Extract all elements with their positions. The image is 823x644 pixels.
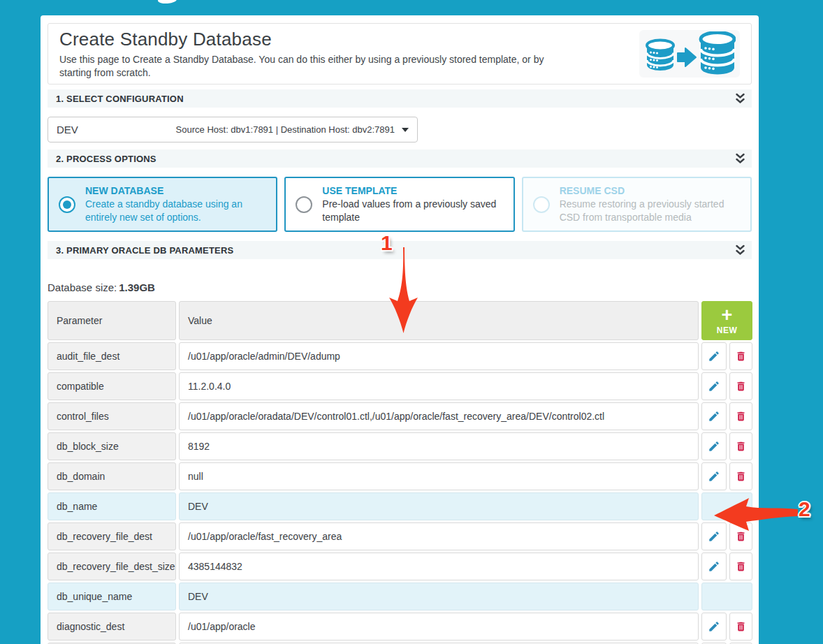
section-label: 2. PROCESS OPTIONS	[56, 154, 156, 164]
database-size-value: 1.39GB	[119, 281, 155, 293]
page-background: { "page": { "title": "Create Standby Dat…	[0, 0, 823, 644]
section-primary-oracle-db-parameters[interactable]: 3. PRIMARY ORACLE DB PARAMETERS	[48, 241, 752, 259]
radio-selected-icon[interactable]	[59, 196, 75, 213]
option-resume-csd: RESUME CSD Resume restoring a previously…	[522, 177, 752, 232]
edit-pencil-icon	[708, 470, 720, 483]
database-to-database-icon	[643, 31, 736, 76]
page-title: Create Standby Database	[59, 29, 562, 50]
delete-trash-icon	[735, 620, 747, 633]
delete-parameter-button[interactable]	[729, 522, 752, 550]
database-size-label: Database size:	[48, 281, 117, 293]
column-header-parameter: Parameter	[48, 301, 176, 340]
delete-trash-icon	[735, 440, 747, 453]
parameter-value-cell: /u01/app/oracle/admin/DEV/adump	[179, 342, 699, 370]
parameter-name-cell: db_unique_name	[48, 583, 176, 610]
radio-disabled-icon	[533, 196, 550, 213]
parameter-value-cell: /u01/app/oracle/fast_recovery_area	[179, 522, 699, 550]
page-subtitle: Use this page to Create a Standby Databa…	[59, 53, 562, 80]
cropped-logo-fragment	[158, 0, 177, 4]
edit-pencil-icon	[708, 380, 720, 393]
annotation-number-2: 2	[799, 497, 810, 521]
section-select-configuration[interactable]: 1. SELECT CONFIGURATION	[48, 89, 752, 108]
option-new-database[interactable]: NEW DATABASE Create a standby database u…	[48, 177, 277, 232]
delete-trash-icon	[735, 470, 747, 483]
parameter-value-cell: DEV	[179, 583, 699, 610]
action-empty-cell	[701, 583, 752, 610]
configuration-dropdown[interactable]: DEV Source Host: dbv1:7891 | Destination…	[48, 117, 418, 142]
delete-trash-icon	[735, 530, 747, 543]
process-options-row: NEW DATABASE Create a standby database u…	[48, 177, 752, 232]
database-copy-illustration	[639, 30, 740, 78]
parameter-name-cell: audit_file_dest	[48, 342, 176, 370]
delete-trash-icon	[735, 410, 747, 423]
edit-pencil-icon	[708, 440, 720, 453]
edit-parameter-button[interactable]	[701, 613, 727, 641]
delete-trash-icon	[735, 380, 747, 393]
option-title: USE TEMPLATE	[322, 185, 503, 196]
collapse-chevron-icon[interactable]	[736, 153, 745, 164]
parameter-value-cell: 4385144832	[179, 552, 699, 580]
parameter-value-cell: 8192	[179, 432, 699, 460]
delete-parameter-button[interactable]	[729, 462, 752, 490]
edit-parameter-button[interactable]	[701, 552, 727, 580]
delete-parameter-button[interactable]	[729, 342, 752, 370]
column-header-value: Value	[179, 301, 699, 340]
arrow-right-icon	[678, 48, 696, 66]
configuration-selected-value: DEV	[57, 124, 78, 136]
option-title: RESUME CSD	[560, 185, 741, 196]
parameter-value-cell: 11.2.0.4.0	[179, 372, 699, 400]
parameter-name-cell: db_domain	[48, 462, 176, 490]
section-process-options[interactable]: 2. PROCESS OPTIONS	[48, 149, 752, 168]
option-description: Pre-load values from a previously saved …	[322, 198, 503, 223]
add-parameter-label: NEW	[717, 325, 738, 335]
edit-parameter-button[interactable]	[701, 432, 727, 460]
parameter-name-cell: db_name	[48, 492, 176, 520]
create-standby-database-card: Create Standby Database Use this page to…	[41, 15, 759, 644]
parameter-value-cell: /u01/app/oracle	[179, 613, 699, 641]
database-large-icon	[701, 33, 734, 75]
section-label: 3. PRIMARY ORACLE DB PARAMETERS	[56, 245, 233, 256]
delete-trash-icon	[735, 560, 747, 573]
add-parameter-button[interactable]: + NEW	[701, 301, 752, 340]
page-header-text: Create Standby Database Use this page to…	[59, 29, 562, 80]
edit-pencil-icon	[708, 530, 720, 543]
edit-pencil-icon	[708, 620, 720, 633]
option-use-template[interactable]: USE TEMPLATE Pre-load values from a prev…	[284, 177, 514, 232]
option-description: Create a standby database using an entir…	[85, 198, 266, 223]
delete-parameter-button[interactable]	[729, 552, 752, 580]
parameter-name-cell: diagnostic_dest	[48, 613, 176, 641]
collapse-chevron-icon[interactable]	[736, 244, 745, 256]
section-label: 1. SELECT CONFIGURATION	[56, 94, 184, 104]
plus-icon: +	[722, 306, 733, 325]
edit-pencil-icon	[708, 560, 720, 573]
database-small-icon	[647, 41, 673, 71]
parameters-table: Parameter Value + NEW audit_file_dest/u0…	[48, 301, 752, 644]
delete-parameter-button[interactable]	[729, 372, 752, 400]
edit-pencil-icon	[708, 410, 720, 423]
radio-icon[interactable]	[296, 196, 312, 213]
collapse-chevron-icon[interactable]	[736, 93, 745, 104]
edit-parameter-button[interactable]	[701, 522, 727, 550]
configuration-hosts-label: Source Host: dbv1:7891 | Destination Hos…	[176, 124, 395, 135]
parameter-name-cell: compatible	[48, 372, 176, 400]
parameter-name-cell: control_files	[48, 402, 176, 430]
option-description: Resume restoring a previously started CS…	[560, 198, 741, 223]
database-size: Database size:1.39GB	[48, 281, 752, 294]
parameter-name-cell: db_recovery_file_dest	[48, 522, 176, 550]
option-title: NEW DATABASE	[85, 185, 266, 196]
parameter-value-cell: /u01/app/oracle/oradata/DEV/control01.ct…	[179, 402, 699, 430]
parameter-name-cell: db_recovery_file_dest_size	[48, 552, 176, 580]
delete-parameter-button[interactable]	[729, 432, 752, 460]
edit-pencil-icon	[708, 350, 720, 363]
delete-parameter-button[interactable]	[729, 613, 752, 641]
edit-parameter-button[interactable]	[701, 342, 727, 370]
parameter-value-cell: DEV	[179, 492, 699, 520]
edit-parameter-button[interactable]	[701, 402, 727, 430]
dropdown-arrow-icon	[402, 128, 409, 132]
edit-parameter-button[interactable]	[701, 462, 727, 490]
delete-trash-icon	[735, 350, 747, 363]
edit-parameter-button[interactable]	[701, 372, 727, 400]
action-empty-cell	[701, 492, 752, 520]
delete-parameter-button[interactable]	[729, 402, 752, 430]
parameter-name-cell: db_block_size	[48, 432, 176, 460]
